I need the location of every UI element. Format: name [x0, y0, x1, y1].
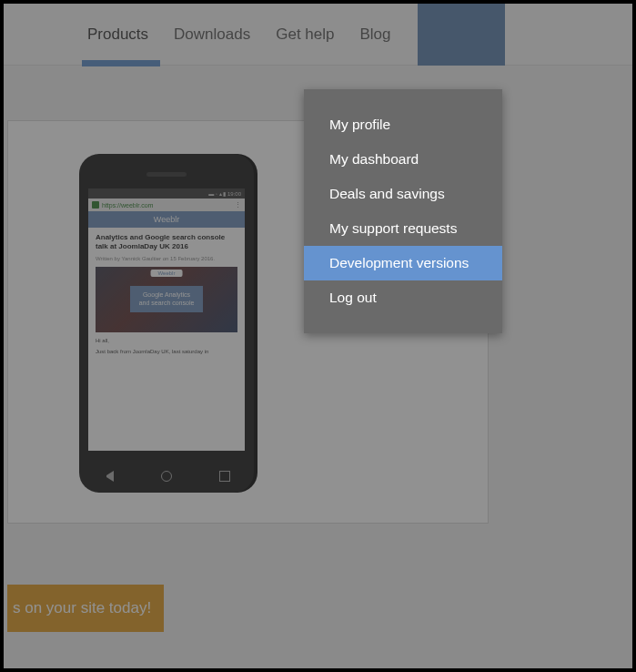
hero-logo: Weeblr — [151, 270, 183, 277]
article-meta: Written by Yannick Gaultier on 15 Februa… — [96, 256, 237, 261]
body-text: Just back from JoomlaDay UK, last saturd… — [96, 349, 237, 354]
dd-support[interactable]: My support requests — [304, 211, 502, 246]
back-icon — [103, 471, 114, 482]
phone-addressbar: https://weeblr.com ⋮ — [88, 199, 245, 211]
phone-mockup: ▬ ◦ ▴ ▮ 19:00 https://weeblr.com ⋮ Weebl… — [79, 154, 254, 493]
article-body: Hi all, Just back from JoomlaDay UK, las… — [96, 338, 237, 354]
hero-line1: Google Analytics — [143, 291, 190, 298]
hero-caption: Google Analytics and search console — [130, 286, 204, 312]
menu-dots-icon: ⋮ — [235, 201, 241, 209]
site-banner: Weeblr — [88, 211, 245, 228]
phone-statusbar: ▬ ◦ ▴ ▮ 19:00 — [88, 188, 245, 199]
hero-line2: and search console — [139, 300, 195, 306]
nav-get-help[interactable]: Get help — [272, 5, 338, 64]
body-greeting: Hi all, — [96, 338, 237, 343]
nav-blog[interactable]: Blog — [356, 5, 394, 64]
dd-my-dashboard[interactable]: My dashboard — [304, 142, 502, 177]
lock-icon — [92, 201, 99, 209]
top-navigation: Products Downloads Get help Blog — [4, 4, 632, 66]
phone-speaker — [146, 172, 187, 177]
nav-downloads[interactable]: Downloads — [170, 5, 254, 64]
article-hero-image: Weeblr Google Analytics and search conso… — [96, 267, 237, 332]
phone-screen: ▬ ◦ ▴ ▮ 19:00 https://weeblr.com ⋮ Weebl… — [88, 188, 245, 451]
cta-button[interactable]: s on your site today! — [7, 585, 164, 632]
user-dropdown: My profile My dashboard Deals and saving… — [304, 89, 502, 333]
dd-dev-versions[interactable]: Development versions — [304, 246, 502, 280]
user-menu-button[interactable] — [418, 4, 505, 66]
dd-deals[interactable]: Deals and savings — [304, 177, 502, 211]
dd-logout[interactable]: Log out — [304, 280, 502, 315]
phone-url-text: https://weeblr.com — [102, 202, 153, 209]
dd-my-profile[interactable]: My profile — [304, 107, 502, 142]
nav-products[interactable]: Products — [84, 5, 152, 64]
phone-time: 19:00 — [227, 191, 241, 197]
article: Analytics and Google search console talk… — [88, 228, 245, 360]
home-icon — [161, 471, 172, 482]
recent-icon — [219, 471, 230, 482]
nav-active-indicator — [82, 60, 160, 66]
phone-navbar — [79, 471, 254, 482]
article-title: Analytics and Google search console talk… — [96, 233, 237, 252]
